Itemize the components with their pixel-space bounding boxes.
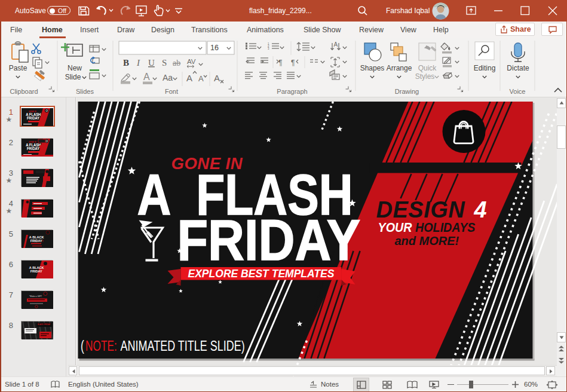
svg-text:Drawing: Drawing (395, 88, 419, 95)
svg-text:A: A (214, 73, 220, 83)
svg-text:(: ( (81, 338, 84, 353)
svg-text:Styles: Styles (415, 72, 435, 81)
svg-text:Aa: Aa (163, 73, 173, 82)
svg-text:A: A (143, 72, 150, 82)
svg-text:NOTE:: NOTE: (85, 338, 117, 353)
svg-text:Voice: Voice (510, 88, 526, 95)
svg-text:FRIDAY!: FRIDAY! (30, 239, 44, 243)
svg-text:AV: AV (187, 58, 196, 65)
svg-text:3: 3 (268, 47, 269, 50)
svg-text:A: A (186, 73, 192, 83)
svg-text:A: A (334, 41, 338, 48)
svg-text:FRIDAY!: FRIDAY! (30, 270, 44, 273)
svg-text:¶: ¶ (278, 59, 282, 67)
svg-text:16: 16 (210, 44, 219, 52)
svg-text:Editing: Editing (474, 64, 496, 72)
svg-text:S: S (162, 58, 167, 68)
svg-text:4: 4 (474, 197, 487, 222)
svg-text:¶: ¶ (291, 59, 295, 67)
svg-text:A BLACK: A BLACK (29, 266, 44, 270)
svg-text:*Make a GIFT: *Make a GIFT (29, 295, 42, 298)
svg-text:DESIGN: DESIGN (376, 197, 466, 222)
svg-text:Clipboard: Clipboard (10, 88, 38, 95)
svg-text:Arrange: Arrange (387, 64, 412, 72)
svg-text:BLACK FRIDAY: BLACK FRIDAY (38, 323, 50, 326)
svg-text:FRIDAY: FRIDAY (27, 116, 40, 120)
svg-text:Slide: Slide (65, 73, 81, 81)
svg-text:Font: Font (165, 88, 178, 95)
svg-text:I: I (136, 58, 140, 68)
svg-text:GONE IN: GONE IN (29, 141, 37, 143)
svg-text:ANIMATED TITLE SLIDE): ANIMATED TITLE SLIDE) (121, 338, 245, 354)
svg-text:YOUR HOLIDAYS: YOUR HOLIDAYS (378, 220, 476, 235)
svg-text:Paste: Paste (9, 64, 27, 72)
svg-text:and MORE!: and MORE! (395, 234, 459, 247)
svg-text:A: A (137, 163, 171, 227)
svg-text:New: New (68, 64, 82, 72)
svg-text:GONE IN: GONE IN (29, 111, 37, 113)
svg-text:A BLACK: A BLACK (29, 235, 44, 239)
svg-text:B: B (123, 58, 129, 68)
svg-text:U: U (148, 58, 155, 68)
svg-text:Shapes: Shapes (360, 64, 385, 72)
svg-text:Dictate: Dictate (507, 64, 529, 72)
svg-text:A: A (198, 74, 204, 83)
svg-text:Paragraph: Paragraph (277, 88, 307, 95)
svg-text:FRIDAY: FRIDAY (177, 208, 361, 272)
svg-text:Quick: Quick (418, 64, 437, 72)
svg-text:FRIDAY: FRIDAY (27, 146, 40, 151)
svg-text:Slides: Slides (76, 88, 94, 95)
svg-text:EXPLORE BEST TEMPLATES: EXPLORE BEST TEMPLATES (188, 268, 335, 280)
svg-text:ab: ab (173, 59, 180, 68)
